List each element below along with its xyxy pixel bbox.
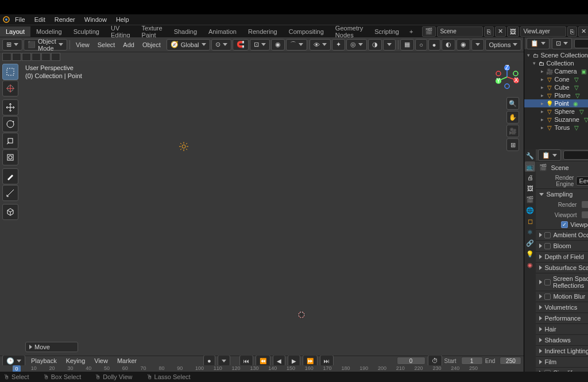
tool-scale[interactable]	[2, 133, 18, 149]
delete-viewlayer-button[interactable]: ✕	[578, 26, 588, 37]
tab-modeling[interactable]: Modeling	[30, 26, 68, 37]
snap-opt-3[interactable]	[22, 53, 31, 61]
menu-edit[interactable]: Edit	[30, 15, 50, 24]
jump-start[interactable]: ⏮	[239, 355, 253, 366]
tab-animation[interactable]: Animation	[203, 26, 242, 37]
viewlayer-browser-button[interactable]: 🖼	[507, 26, 519, 37]
current-frame-field[interactable]: 0	[397, 357, 425, 365]
ptab-physics[interactable]: ⚛	[525, 227, 535, 237]
section-subsurface-scattering[interactable]: Subsurface Scattering	[536, 262, 588, 273]
shade-wire[interactable]: ○	[415, 39, 427, 51]
tree-item-cone[interactable]: ▸▽Cone▽◎📷	[524, 75, 588, 83]
editor-type-button[interactable]: ⊞	[2, 39, 22, 51]
new-viewlayer-button[interactable]: ⎘	[567, 26, 577, 37]
tool-rotate[interactable]	[2, 116, 18, 132]
tl-keying[interactable]: Keying	[63, 356, 89, 365]
expand-icon[interactable]: ▸	[539, 76, 545, 82]
checkbox-icon[interactable]	[544, 243, 551, 249]
overlays-menu[interactable]	[383, 39, 396, 51]
collapse-icon[interactable]: ▾	[525, 52, 531, 58]
options-button[interactable]: Options	[485, 39, 522, 51]
ptab-constraints[interactable]: 🔗	[525, 238, 535, 248]
tool-select-box[interactable]	[2, 64, 18, 80]
zoom-button[interactable]: 🔍	[506, 97, 519, 110]
shade-matprev[interactable]: ◐	[442, 39, 455, 51]
preview-range-toggle[interactable]: ⏱	[428, 355, 442, 366]
tab-shading[interactable]: Shading	[168, 26, 203, 37]
new-scene-button[interactable]: ⎘	[484, 26, 494, 37]
section-performance[interactable]: Performance	[536, 312, 588, 323]
tree-item-torus[interactable]: ▸▽Torus▽◎📷	[524, 124, 588, 132]
autokey-toggle[interactable]: ●	[203, 355, 215, 366]
ptab-viewlayer[interactable]: 🖼	[525, 183, 535, 194]
h-object[interactable]: Object	[139, 40, 164, 49]
play-fwd[interactable]: ▶	[288, 355, 300, 366]
expand-icon[interactable]: ▸	[539, 125, 545, 130]
camera-view-button[interactable]: 🎥	[506, 125, 519, 137]
keyframe-prev[interactable]: ⏪	[256, 355, 270, 366]
scene-name-field[interactable]: Scene	[437, 26, 483, 37]
tool-transform[interactable]	[2, 149, 18, 165]
outliner-type[interactable]: 📋	[527, 38, 550, 49]
tab-rendering[interactable]: Rendering	[242, 26, 283, 37]
tab-layout[interactable]: Layout	[0, 26, 30, 37]
ptab-material[interactable]: ◉	[525, 260, 535, 270]
point-light-object[interactable]	[179, 142, 188, 151]
section-screen-space-reflections[interactable]: Screen Space Reflections	[536, 273, 588, 291]
snap-target[interactable]: ⊡	[250, 39, 270, 51]
section-shadows[interactable]: Shadows	[536, 334, 588, 345]
tab-compositing[interactable]: Compositing	[283, 26, 330, 37]
menu-render[interactable]: Render	[50, 15, 80, 24]
shade-solid[interactable]: ●	[428, 39, 440, 51]
tab-sculpting[interactable]: Sculpting	[68, 26, 105, 37]
tree-item-point[interactable]: ▸💡Point◉◎📷	[524, 99, 588, 107]
gizmo-toggle[interactable]: ✦	[332, 39, 345, 51]
prop-editor-type[interactable]: 📋	[538, 149, 561, 161]
scene-browser-button[interactable]: 🎬	[422, 26, 436, 37]
ptab-scene[interactable]: 🎬	[525, 194, 535, 204]
autokey-menu[interactable]	[218, 355, 230, 366]
display-mode[interactable]: ⊡	[552, 38, 572, 49]
axis-gizmo[interactable]: Z X Y	[495, 65, 519, 89]
denoise-checkbox[interactable]: ✓Viewport Denois...	[536, 220, 588, 229]
section-volumetrics[interactable]: Volumetrics	[536, 302, 588, 312]
expand-icon[interactable]: ▸	[539, 92, 545, 98]
snap-opt-5[interactable]	[41, 53, 51, 61]
tree-item-suzanne[interactable]: ▸▽Suzanne▽◎📷	[524, 115, 588, 124]
render-engine-select[interactable]: Eevee	[576, 176, 588, 186]
tree-item-plane[interactable]: ▸▽Plane▽◎📷	[524, 91, 588, 99]
collapse-icon[interactable]: ▾	[531, 60, 537, 66]
tool-move[interactable]	[2, 99, 18, 115]
snap-opt-1[interactable]	[2, 53, 11, 61]
snap-toggle[interactable]: 🧲	[233, 39, 249, 51]
snap-opt-6[interactable]	[51, 53, 60, 61]
timeline-editor-type[interactable]: 🕒	[2, 355, 25, 366]
checkbox-icon[interactable]	[544, 232, 551, 238]
start-frame-field[interactable]: 1	[461, 357, 483, 365]
checkbox-icon[interactable]	[544, 294, 551, 300]
section-depth-of-field[interactable]: Depth of Field	[536, 251, 588, 262]
delete-scene-button[interactable]: ✕	[495, 26, 506, 37]
tab-scripting[interactable]: Scripting	[369, 26, 405, 37]
section-bloom[interactable]: Bloom	[536, 240, 588, 251]
proportional-falloff[interactable]: ⌒	[286, 39, 307, 51]
section-ambient-occlusion[interactable]: Ambient Occlusion	[536, 229, 588, 240]
tree-item-cube[interactable]: ▸▽Cube▽◎📷	[524, 83, 588, 91]
orientation-select[interactable]: 🧭Global	[167, 39, 210, 51]
blender-logo-icon[interactable]	[2, 16, 10, 24]
tool-cursor[interactable]	[2, 80, 18, 97]
shade-render[interactable]: ◉	[457, 39, 470, 51]
expand-icon[interactable]: ▸	[539, 68, 545, 74]
gizmo-menu[interactable]: ◎	[346, 39, 367, 51]
section-film[interactable]: Film	[536, 356, 588, 367]
pan-button[interactable]: ✋	[506, 111, 519, 124]
section-sampling[interactable]: Sampling	[536, 188, 588, 199]
ptab-world[interactable]: 🌐	[525, 205, 535, 215]
expand-icon[interactable]: ▸	[539, 109, 545, 114]
tool-annotate[interactable]	[2, 168, 18, 184]
expand-icon[interactable]: ▸	[539, 117, 545, 122]
selectability-button[interactable]: 👁	[310, 39, 331, 51]
checkbox-icon[interactable]	[544, 279, 551, 285]
tl-marker[interactable]: Marker	[114, 356, 140, 365]
ptab-data[interactable]: 💡	[525, 249, 535, 259]
